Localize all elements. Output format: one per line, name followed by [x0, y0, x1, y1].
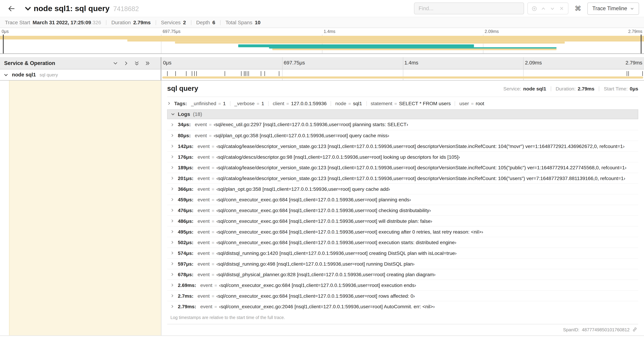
summary-label: Depth	[196, 20, 210, 25]
next-result-button[interactable]	[548, 4, 557, 13]
equals-sign: =	[212, 250, 214, 255]
log-field-key: event	[198, 143, 210, 149]
minimap-axis-label: 2.79ms	[626, 29, 644, 34]
gridline	[523, 70, 524, 80]
log-field-value: ‹sql/conn_executor_exec.go:684 [nsql1,cl…	[216, 239, 456, 245]
span-detail-row: sql query Service: node sql1 Duration: 2…	[0, 80, 644, 336]
expand-one-button[interactable]	[124, 61, 128, 66]
summary-item: Trace Start March 31 2022, 17:25:09.326	[5, 20, 101, 25]
gridline	[403, 70, 403, 80]
summary-value: 2.79ms	[133, 20, 151, 25]
tag-value: 1	[223, 101, 226, 106]
meta-label: Service:	[503, 86, 521, 92]
find-input[interactable]	[414, 3, 524, 14]
trace-id: 7418682	[113, 5, 139, 13]
minimap-axis-label: 697.75μs	[161, 29, 182, 34]
summary-item: Total Spans 10	[215, 20, 260, 25]
logs-header[interactable]: Logs (18)	[167, 109, 638, 119]
log-row[interactable]: 2.69ms: event = ‹sql/conn_executor_exec.…	[167, 279, 638, 290]
log-timestamp: 176μs:	[178, 154, 193, 160]
timeline-header-row: Service & Operation 0μs	[0, 57, 644, 70]
log-row[interactable]: 142μs: event = ‹sql/catalog/lease/descri…	[167, 141, 638, 151]
log-field-value: ‹sql/catalog/descs/descriptor.go:98 [nsq…	[216, 154, 460, 160]
log-field-value: ‹sql/conn_executor_exec.go:684 [nsql1,cl…	[216, 293, 415, 298]
log-row[interactable]: 366μs: event = ‹sql/plan_opt.go:358 [nsq…	[167, 183, 638, 194]
log-row[interactable]: 597μs: event = ‹sql/distsql_running.go:4…	[167, 258, 638, 269]
log-row[interactable]: 176μs: event = ‹sql/catalog/descs/descri…	[167, 151, 638, 162]
minimap-canvas[interactable]	[0, 35, 644, 53]
log-timestamp: 678μs:	[178, 271, 193, 277]
trace-view-selector-button[interactable]: Trace Timeline	[588, 2, 639, 15]
logs-title: Logs	[178, 111, 190, 117]
log-row[interactable]: 201μs: event = ‹sql/catalog/lease/descri…	[167, 173, 638, 183]
meta-value: 0μs	[630, 86, 638, 92]
clear-search-button[interactable]	[557, 4, 566, 13]
minimap-span-bar	[238, 44, 474, 47]
trace-view-label: Trace Timeline	[592, 5, 627, 12]
log-timestamp: 2.7ms:	[178, 293, 193, 298]
collapse-all-button[interactable]	[134, 61, 139, 66]
log-row[interactable]: 486μs: event = ‹sql/conn_executor_exec.g…	[167, 215, 638, 226]
tag-key: node	[335, 101, 346, 106]
span-duration-bar[interactable]	[162, 76, 643, 79]
log-field-value: ‹sql/catalog/lease/descriptor_version_st…	[216, 165, 626, 170]
chevron-right-icon	[170, 219, 174, 223]
chevron-right-icon	[170, 230, 174, 233]
tag-key: statement	[371, 101, 392, 106]
minimap-scrubber-right[interactable]	[641, 35, 642, 53]
span-row[interactable]: node sql1 sql query	[0, 70, 644, 80]
log-field-key: event	[198, 261, 210, 266]
chevron-up-icon	[541, 6, 546, 11]
back-button[interactable]	[4, 2, 18, 16]
log-row[interactable]: 476μs: event = ‹sql/conn_executor_exec.g…	[167, 205, 638, 215]
log-row[interactable]: 80μs: event = ‹sql/plan_opt.go:358 [nsql…	[167, 130, 638, 141]
page-title: node sql1: sql query 7418682	[34, 4, 139, 13]
chevron-right-icon	[170, 208, 174, 212]
log-marker	[225, 71, 225, 76]
log-row[interactable]: 574μs: event = ‹sql/distsql_running.go:1…	[167, 247, 638, 258]
collapse-one-button[interactable]	[113, 61, 118, 66]
meta-item: Service: node sql1	[503, 86, 546, 92]
tag-key: _unfinished	[191, 101, 216, 106]
log-row[interactable]: 34μs: event = ‹sql/exec_util.go:2297 [ns…	[167, 119, 638, 130]
log-row[interactable]: 678μs: event = ‹sql/distsql_physical_pla…	[167, 269, 638, 280]
collapse-children-chevron-icon[interactable]	[4, 73, 8, 77]
log-row[interactable]: 2.7ms: event = ‹sql/conn_executor_exec.g…	[167, 290, 638, 301]
tag-value: root	[476, 101, 484, 106]
span-row-name-column[interactable]: node sql1 sql query	[0, 70, 161, 80]
log-row[interactable]: 502μs: event = ‹sql/conn_executor_exec.g…	[167, 237, 638, 248]
log-marker	[628, 71, 629, 76]
span-operation-name: sql query	[40, 72, 58, 77]
expand-all-button[interactable]	[145, 61, 150, 66]
keyboard-shortcuts-button[interactable]: ⌘	[575, 5, 581, 12]
link-icon[interactable]	[632, 327, 638, 332]
log-row[interactable]: 495μs: event = ‹sql/conn_executor_exec.g…	[167, 226, 638, 237]
chevron-right-icon	[170, 187, 174, 191]
log-field-key: event	[195, 122, 207, 127]
minimap-span-bar	[269, 47, 556, 49]
collapse-trace-chevron-icon[interactable]	[24, 5, 31, 12]
spanid-value: 4877749850101760812	[582, 327, 630, 332]
focus-result-button[interactable]	[530, 4, 539, 13]
minimap-axis-label: 1.4ms	[322, 29, 337, 34]
span-tags-row[interactable]: Tags: _unfinished = 1 _verbose = 1	[167, 97, 638, 110]
meta-item: Duration: 2.79ms	[546, 86, 594, 92]
chevron-right-icon	[170, 155, 174, 159]
log-row[interactable]: 2.79ms: event = ‹sql/conn_executor_exec.…	[167, 301, 638, 312]
prev-result-button[interactable]	[539, 4, 548, 13]
span-row-timeline[interactable]	[161, 70, 644, 80]
chevron-right-icon	[167, 102, 171, 105]
log-marker	[279, 71, 279, 76]
chevron-right-icon	[170, 305, 174, 308]
tag-item: _verbose = 1	[226, 101, 264, 106]
log-row[interactable]: 459μs: event = ‹sql/conn_executor_exec.g…	[167, 194, 638, 205]
equals-sign: =	[257, 101, 259, 106]
equals-sign: =	[214, 304, 217, 309]
chevron-down-icon	[630, 7, 634, 11]
tree-controls	[113, 61, 150, 66]
summary-label: Duration	[111, 20, 131, 25]
log-row[interactable]: 189μs: event = ‹sql/catalog/lease/descri…	[167, 162, 638, 173]
timeline-axis-label: 2.09ms	[523, 60, 544, 66]
minimap-scrubber-left[interactable]	[3, 35, 4, 53]
double-chevron-down-icon	[134, 61, 139, 66]
